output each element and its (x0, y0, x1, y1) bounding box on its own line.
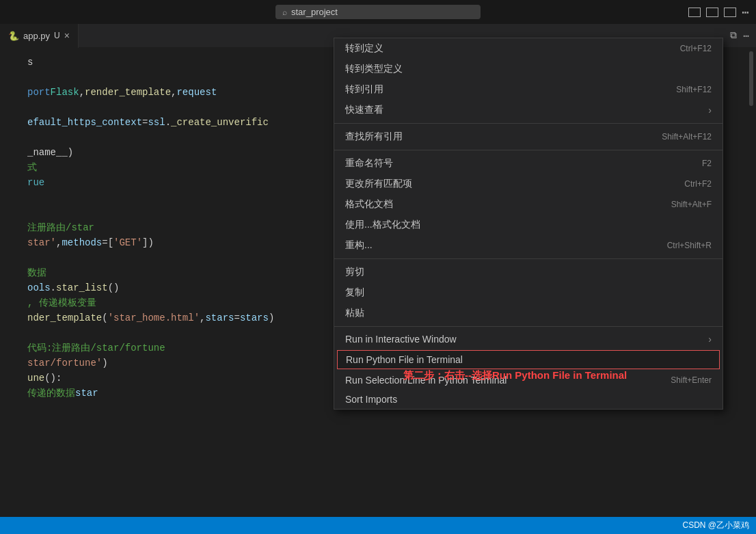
split-editor-icon[interactable]: ⧉ (730, 30, 737, 42)
code-line (0, 190, 335, 205)
menu-item-change-all[interactable]: 更改所有匹配项 Ctrl+F2 (334, 174, 723, 194)
menu-separator (334, 258, 723, 259)
code-line: rue (0, 175, 335, 190)
code-line (0, 250, 335, 265)
submenu-arrow: › (708, 334, 712, 345)
menu-item-label: 转到类型定义 (345, 63, 403, 75)
search-icon: ⌕ (282, 8, 287, 17)
menu-item-label: 更改所有匹配项 (345, 178, 412, 190)
more-actions-icon[interactable]: ⋯ (744, 30, 749, 42)
window-icon-3[interactable] (724, 8, 736, 17)
window-icon-1[interactable] (688, 8, 701, 17)
search-text: star_project (291, 7, 338, 17)
menu-item-paste[interactable]: 粘贴 (334, 303, 723, 323)
menu-item-goto-ref[interactable]: 转到引用 Shift+F12 (334, 79, 723, 100)
menu-shortcut: Shift+F12 (676, 85, 712, 94)
code-line: 注册路由/star (0, 220, 335, 235)
code-line: nder_template('star_home.html', stars=st… (0, 310, 335, 325)
menu-item-label: 粘贴 (345, 307, 364, 319)
submenu-arrow: › (708, 105, 712, 116)
code-line (0, 100, 335, 115)
tab-close-button[interactable]: × (64, 30, 70, 41)
code-line: s (0, 55, 335, 70)
menu-separator (334, 326, 723, 327)
menu-shortcut: F2 (702, 159, 712, 168)
menu-shortcut: Shift+Alt+F12 (662, 132, 712, 142)
menu-item-label: Run Python File in Terminal (346, 354, 463, 365)
tab-right-icons: ⧉ ⋯ (730, 30, 749, 42)
code-line: star/fortune') (0, 356, 335, 371)
code-line: , 传递模板变量 (0, 295, 335, 310)
more-icon[interactable]: ⋯ (742, 5, 749, 20)
menu-item-cut[interactable]: 剪切 (334, 262, 723, 282)
menu-item-label: Sort Imports (345, 394, 397, 405)
code-line: ools.star_list() (0, 280, 335, 295)
menu-item-copy[interactable]: 复制 (334, 282, 723, 303)
code-line: 传递的数据 star (0, 386, 335, 401)
menu-shortcut: Ctrl+F2 (684, 179, 712, 189)
menu-item-label: 复制 (345, 286, 364, 299)
menu-separator (334, 150, 723, 150)
window-icon-2[interactable] (706, 8, 718, 17)
code-line: une(): (0, 371, 335, 386)
code-line (0, 130, 335, 145)
menu-item-run-python-terminal[interactable]: Run Python File in Terminal (337, 350, 720, 369)
menu-item-label: 使用...格式化文档 (345, 219, 420, 231)
menu-item-refactor[interactable]: 重构... Ctrl+Shift+R (334, 235, 723, 256)
code-line: _name__) (0, 145, 335, 160)
menu-shortcut: Shift+Enter (671, 375, 712, 385)
title-bar: ⌕ star_project ⋯ (0, 0, 756, 24)
menu-item-goto-type-def[interactable]: 转到类型定义 (334, 59, 723, 79)
tab-filename: app.py (23, 31, 50, 41)
bottom-bar-label: CSDN @乙小菜鸡 (682, 520, 749, 531)
code-line: star', methods=['GET']) (0, 235, 335, 250)
menu-item-run-selection[interactable]: Run Selection/Line in Python Terminal Sh… (334, 371, 723, 390)
menu-item-find-all-ref[interactable]: 查找所有引用 Shift+Alt+F12 (334, 126, 723, 147)
menu-item-peek[interactable]: 快速查看 › (334, 100, 723, 120)
code-line: 式 (0, 160, 335, 175)
code-line (0, 205, 335, 220)
menu-separator (334, 123, 723, 124)
menu-item-label: 快速查看 (345, 104, 383, 116)
tab-app-py[interactable]: 🐍 app.py U × (0, 24, 79, 48)
menu-item-label: 查找所有引用 (345, 131, 403, 143)
code-line (0, 325, 335, 341)
menu-item-label: 重命名符号 (345, 157, 393, 170)
title-search-box[interactable]: ⌕ star_project (275, 5, 481, 19)
menu-item-label: 重构... (345, 239, 373, 252)
title-right-icons: ⋯ (688, 5, 749, 20)
menu-shortcut: Shift+Alt+F (671, 200, 712, 209)
context-menu: 转到定义 Ctrl+F12 转到类型定义 转到引用 Shift+F12 快速查看… (334, 38, 723, 410)
code-line: 代码:注册路由/star/fortune (0, 341, 335, 356)
menu-shortcut: Ctrl+Shift+R (667, 241, 712, 250)
tab-python-icon: 🐍 (8, 31, 19, 41)
scrollbar-thumb[interactable] (749, 51, 753, 106)
menu-item-format-with[interactable]: 使用...格式化文档 (334, 215, 723, 235)
code-line: efault_https_context = ssl._create_unver… (0, 115, 335, 130)
code-line: 数据 (0, 265, 335, 280)
code-editor: s port Flask, render_template, request e… (0, 48, 335, 534)
code-line (0, 70, 335, 85)
tab-badge: U (54, 31, 60, 40)
menu-item-label: Run in Interactive Window (345, 334, 457, 345)
menu-item-rename[interactable]: 重命名符号 F2 (334, 153, 723, 174)
menu-item-sort-imports[interactable]: Sort Imports (334, 390, 723, 409)
code-line: port Flask, render_template, request (0, 85, 335, 100)
menu-shortcut: Ctrl+F12 (680, 44, 712, 53)
menu-item-run-interactive[interactable]: Run in Interactive Window › (334, 330, 723, 349)
scrollbar[interactable] (746, 48, 756, 534)
menu-item-label: 格式化文档 (345, 198, 393, 211)
bottom-bar: CSDN @乙小菜鸡 (0, 517, 756, 534)
menu-item-label: Run Selection/Line in Python Terminal (345, 375, 507, 386)
menu-item-goto-def[interactable]: 转到定义 Ctrl+F12 (334, 38, 723, 59)
menu-item-label: 剪切 (345, 266, 364, 278)
menu-item-format-doc[interactable]: 格式化文档 Shift+Alt+F (334, 194, 723, 215)
menu-item-label: 转到引用 (345, 83, 383, 96)
menu-item-label: 转到定义 (345, 42, 383, 55)
